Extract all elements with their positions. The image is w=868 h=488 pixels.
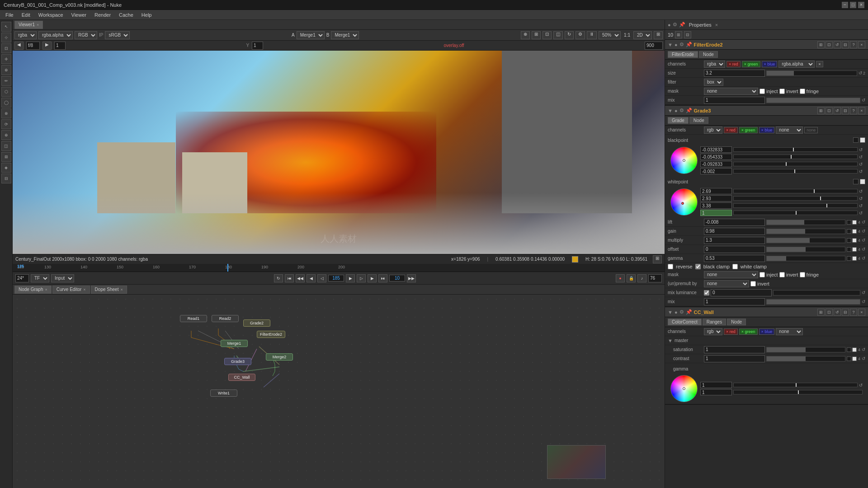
g3-wp-slider-1[interactable] <box>733 196 858 201</box>
g3-whiteclamp-check[interactable] <box>732 264 738 269</box>
skip-start-btn[interactable]: ⏮ <box>285 274 294 282</box>
fe-fringe-check[interactable] <box>800 89 805 94</box>
record-btn[interactable]: ● <box>616 274 625 282</box>
step-back-btn[interactable]: ◁ <box>317 274 326 282</box>
g3-mult-input[interactable] <box>704 237 765 244</box>
fe-ch-a[interactable]: × <box>816 61 823 67</box>
g3-wp-swatch-black[interactable] <box>853 179 859 184</box>
play-btn[interactable]: ▶ <box>346 274 355 282</box>
viewer-icon-3[interactable]: ⊡ <box>542 31 552 39</box>
next-frame-btn[interactable]: ▶ <box>42 42 52 50</box>
cc-contrast-slider[interactable] <box>766 356 845 361</box>
skip-end-btn[interactable]: ⏭ <box>378 274 387 282</box>
node-graph-close[interactable]: × <box>45 287 47 292</box>
g3-bp-slider-0[interactable] <box>733 147 858 152</box>
g3-offset-input[interactable] <box>704 246 765 253</box>
fe-invert-check[interactable] <box>779 89 785 94</box>
g3-lift-reset[interactable]: ↺ <box>862 220 865 225</box>
tab-node-graph[interactable]: Node Graph × <box>14 286 52 294</box>
g3-wp-swatch-white[interactable] <box>860 179 865 184</box>
tab-dope-sheet[interactable]: Dope Sheet × <box>91 286 127 294</box>
g3-bp-input-3[interactable] <box>700 168 732 174</box>
curve-editor-close[interactable]: × <box>83 287 85 292</box>
fe-filter-select[interactable]: box <box>704 79 723 86</box>
node-read2[interactable]: Read2 <box>212 315 239 322</box>
fe-action-5[interactable]: ? <box>850 41 857 48</box>
g3-action-5[interactable]: ? <box>850 107 857 114</box>
g3-mix-reset[interactable]: ↺ <box>862 299 865 304</box>
cc-contrast-sw-w[interactable] <box>852 357 857 361</box>
props-icon-b[interactable]: ⊟ <box>684 31 691 38</box>
viewer-icon-6[interactable]: ⚙ <box>576 31 585 39</box>
tool-paint[interactable]: ⬡ <box>1 87 11 97</box>
g3-offset-slider[interactable] <box>766 247 845 252</box>
end-frame-input[interactable] <box>645 42 663 50</box>
fe-size-reset[interactable]: ↺ <box>859 70 862 75</box>
g3-lift-sw-b[interactable] <box>847 220 851 225</box>
cc-sat-input[interactable] <box>704 346 765 353</box>
g3-offset-sw-w[interactable] <box>852 247 857 252</box>
merge-b-select[interactable]: Merge1 <box>331 31 359 39</box>
g3-wp-slider-0[interactable] <box>733 189 858 193</box>
g3-tab-grade[interactable]: Grade <box>668 117 689 124</box>
cc-master-expand[interactable]: ▼ <box>668 338 673 343</box>
fe-inject-check[interactable] <box>760 89 765 94</box>
g3-mixlum-slider[interactable] <box>773 290 860 296</box>
fe-action-4[interactable]: ⊟ <box>842 41 849 48</box>
g3-wp-color-wheel[interactable] <box>670 188 698 216</box>
props-close[interactable]: × <box>715 22 718 28</box>
g3-action-2[interactable]: ⊡ <box>826 107 833 114</box>
y-input[interactable] <box>252 42 263 50</box>
alpha-select[interactable]: rgba.alpha <box>38 31 73 39</box>
tool-merge[interactable]: ⊕ <box>1 130 11 140</box>
g3-lift-sw-w[interactable] <box>852 220 857 225</box>
g3-mult-reset[interactable]: ↺ <box>862 238 865 243</box>
g3-offset-reset[interactable]: ↺ <box>862 247 865 252</box>
viewer-canvas[interactable]: 人人素材 <box>13 51 665 254</box>
g3-bp-slider-3[interactable] <box>733 169 858 174</box>
tool-roto[interactable]: ⟳ <box>1 119 11 129</box>
g3-lift-input[interactable] <box>704 219 765 226</box>
node-filter1[interactable]: Grade2 <box>243 319 270 327</box>
g3-offset-sw-b[interactable] <box>847 247 851 252</box>
input-select[interactable]: Input <box>51 274 74 282</box>
g3-bp-color-wheel[interactable] <box>670 147 698 174</box>
cc-action-2[interactable]: ⊡ <box>826 309 833 316</box>
display-select[interactable]: sRGB <box>105 31 130 39</box>
g3-mix-slider[interactable] <box>766 299 860 305</box>
maximize-button[interactable]: □ <box>850 2 856 8</box>
fe-action-1[interactable]: ⊞ <box>817 41 825 48</box>
dope-sheet-close[interactable]: × <box>120 287 123 292</box>
next-btn[interactable]: ▶▶ <box>407 274 416 282</box>
current-frame-input[interactable] <box>54 42 66 50</box>
cc-gamma-color-wheel[interactable] <box>670 375 698 402</box>
viewer-icon-5[interactable]: ↻ <box>565 31 574 39</box>
g3-ch-g[interactable]: × green <box>739 127 758 133</box>
tool-3d[interactable]: ◈ <box>1 163 11 173</box>
tool-crop[interactable]: ⊡ <box>1 43 11 53</box>
g3-wp-input-1[interactable] <box>700 195 732 202</box>
g3-blackclamp-check[interactable] <box>695 264 701 269</box>
g3-gamma-reset[interactable]: ↺ <box>862 256 865 261</box>
merge-a-select[interactable]: Merge1 <box>297 31 325 39</box>
minimize-button[interactable]: − <box>842 2 848 8</box>
menu-viewer[interactable]: Viewer <box>68 11 90 19</box>
g3-bp-reset-2[interactable]: ↺ <box>859 162 863 167</box>
g3-gain-slider[interactable] <box>766 229 845 234</box>
mode-select[interactable]: 2D <box>633 31 652 39</box>
cc-sat-slider[interactable] <box>766 347 845 352</box>
g3-mult-sw-w[interactable] <box>852 238 857 243</box>
g3-bp-input-1[interactable] <box>700 154 732 160</box>
node-graph-area[interactable]: Read1 Read2 Grade2 Merge1 FilterErode2 G… <box>13 295 665 488</box>
g3-mix-input[interactable] <box>704 298 765 305</box>
cc-channels-select[interactable]: rgb <box>704 328 722 335</box>
menu-help[interactable]: Help <box>138 11 156 19</box>
cc-contrast-reset[interactable]: ↺ <box>862 356 865 361</box>
g3-action-3[interactable]: ↺ <box>834 107 841 114</box>
fe-ch-b[interactable]: × blue <box>762 61 778 67</box>
g3-ch-r[interactable]: × red <box>724 127 738 133</box>
g3-wp-input-3[interactable] <box>700 210 732 216</box>
fe-channels-select[interactable]: rgba <box>704 61 725 68</box>
loop-btn[interactable]: ↻ <box>274 274 283 282</box>
g3-wp-reset-2[interactable]: ↺ <box>859 203 863 208</box>
